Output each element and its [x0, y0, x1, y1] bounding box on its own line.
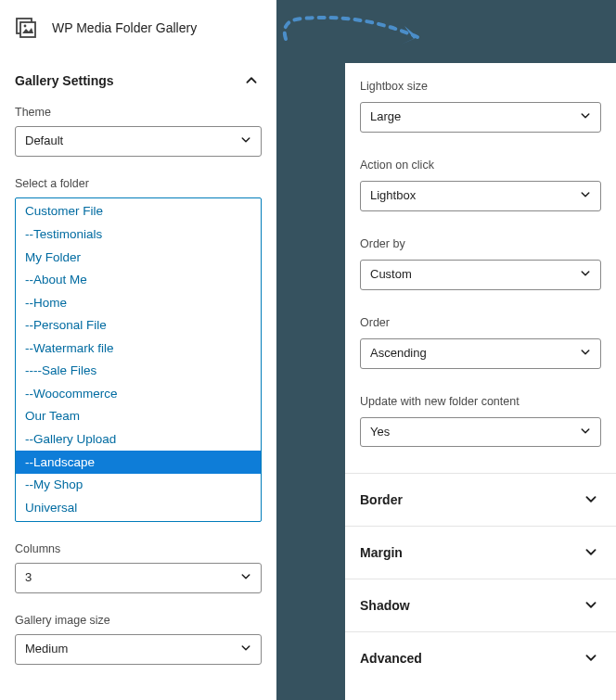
action-on-click-field: Action on click Lightbox: [360, 159, 601, 211]
left-settings-panel: WP Media Folder Gallery Gallery Settings…: [0, 0, 276, 700]
folder-option[interactable]: Our Team: [16, 405, 261, 428]
order-by-label: Order by: [360, 237, 601, 250]
image-size-field: Gallery image size Medium: [15, 614, 262, 665]
section-title: Gallery Settings: [15, 73, 114, 88]
action-on-click-value: Lightbox: [360, 181, 601, 211]
theme-label: Theme: [15, 106, 262, 119]
folder-option[interactable]: Customer File: [16, 200, 261, 223]
folder-option[interactable]: --Watermark file: [16, 337, 261, 360]
update-folder-label: Update with new folder content: [360, 395, 601, 408]
update-folder-value: Yes: [360, 417, 601, 448]
accordion-shadow[interactable]: Shadow: [345, 579, 616, 631]
theme-select-value: Default: [15, 126, 262, 157]
accordion-margin[interactable]: Margin: [345, 526, 616, 579]
columns-select-value: 3: [15, 563, 262, 593]
action-on-click-select[interactable]: Lightbox: [360, 181, 601, 211]
image-size-label: Gallery image size: [15, 614, 262, 627]
chevron-down-icon: [581, 541, 601, 565]
select-folder-label: Select a folder: [15, 177, 262, 190]
select-folder-field: Select a folder Customer File--Testimoni…: [15, 177, 262, 522]
chevron-down-icon: [581, 594, 601, 617]
lightbox-size-field: Lightbox size Large: [360, 80, 601, 133]
accordion-shadow-label: Shadow: [360, 598, 410, 613]
gallery-icon: [15, 17, 37, 39]
arrow-decoration: [278, 11, 445, 57]
lightbox-size-label: Lightbox size: [360, 80, 601, 93]
order-value: Ascending: [360, 338, 601, 369]
folder-option[interactable]: --Personal File: [16, 314, 261, 337]
panel-title: WP Media Folder Gallery: [52, 20, 197, 35]
order-by-field: Order by Custom: [360, 237, 601, 290]
lightbox-size-value: Large: [360, 102, 601, 133]
folder-option[interactable]: --Landscape: [16, 451, 261, 474]
folder-option[interactable]: Universal: [16, 496, 261, 519]
gallery-settings-body: Theme Default Select a folder Customer F…: [0, 102, 276, 700]
folder-option[interactable]: --Woocommerce: [16, 382, 261, 405]
chevron-up-icon: [241, 70, 262, 91]
order-label: Order: [360, 316, 601, 329]
svg-point-2: [24, 25, 27, 28]
right-panel-body: Lightbox size Large Action on click Ligh…: [345, 63, 616, 447]
order-by-value: Custom: [360, 260, 601, 290]
accordion-margin-label: Margin: [360, 545, 403, 560]
folder-listbox[interactable]: Customer File--TestimonialsMy Folder--Ab…: [15, 197, 262, 522]
update-folder-select[interactable]: Yes: [360, 417, 601, 448]
theme-select[interactable]: Default: [15, 126, 262, 157]
folder-option[interactable]: --Gallery Upload: [16, 428, 261, 452]
panel-header: WP Media Folder Gallery: [0, 0, 276, 59]
order-field: Order Ascending: [360, 316, 601, 369]
columns-label: Columns: [15, 542, 262, 555]
gallery-settings-section-header[interactable]: Gallery Settings: [0, 59, 276, 102]
chevron-down-icon: [581, 647, 601, 670]
columns-select[interactable]: 3: [15, 563, 262, 593]
order-by-select[interactable]: Custom: [360, 260, 601, 290]
image-size-select-value: Medium: [15, 634, 262, 665]
folder-option[interactable]: My Folder: [16, 246, 261, 269]
right-settings-panel: Lightbox size Large Action on click Ligh…: [345, 63, 616, 700]
order-select[interactable]: Ascending: [360, 338, 601, 369]
image-size-select[interactable]: Medium: [15, 634, 262, 665]
action-on-click-label: Action on click: [360, 159, 601, 172]
accordion-advanced[interactable]: Advanced: [345, 631, 616, 684]
chevron-down-icon: [581, 489, 601, 512]
folder-option[interactable]: ----Sale Files: [16, 360, 261, 383]
folder-option[interactable]: --My Shop: [16, 474, 261, 497]
folder-option[interactable]: --Home: [16, 291, 261, 314]
columns-field: Columns 3: [15, 542, 262, 593]
lightbox-size-select[interactable]: Large: [360, 102, 601, 133]
folder-option[interactable]: --Testimonials: [16, 223, 261, 246]
folder-option[interactable]: --About Me: [16, 269, 261, 292]
svg-rect-1: [20, 22, 35, 37]
theme-field: Theme Default: [15, 106, 262, 157]
accordion-advanced-label: Advanced: [360, 651, 422, 666]
accordion-border-label: Border: [360, 492, 403, 507]
update-folder-field: Update with new folder content Yes: [360, 395, 601, 448]
accordion-border[interactable]: Border: [345, 473, 616, 526]
